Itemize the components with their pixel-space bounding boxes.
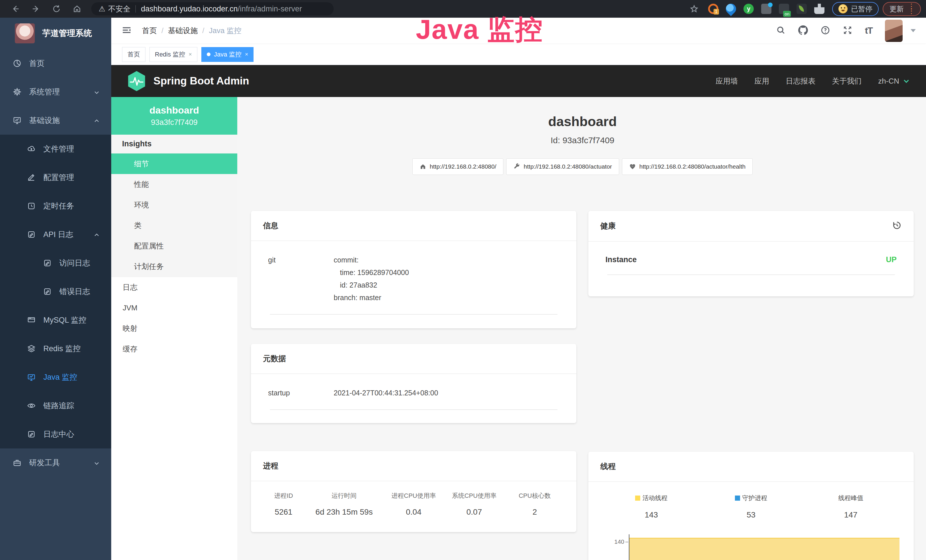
help-icon[interactable] <box>820 26 830 36</box>
sidebar-item-log-center[interactable]: 日志中心 <box>0 420 111 448</box>
tab-java-monitor[interactable]: Java 监控× <box>201 47 254 62</box>
legend-peak-threads: 线程峰值 <box>838 494 863 502</box>
subnav-item-mappings[interactable]: 映射 <box>111 318 237 339</box>
security-warning[interactable]: ⚠不安全 <box>99 4 130 14</box>
wrench-icon <box>513 163 520 170</box>
page-title: dashboard <box>251 114 914 129</box>
sidebar-item-system[interactable]: 系统管理 <box>0 77 111 106</box>
home-icon[interactable] <box>71 3 83 15</box>
thread-stats: 活动线程 143 守护进程 53 线程峰值 14 <box>601 494 900 519</box>
extension-onetab-icon[interactable]: 1 <box>708 4 719 14</box>
sidebar-item-infrastructure[interactable]: 基础设施 <box>0 106 111 135</box>
reload-icon[interactable] <box>51 3 62 15</box>
extension-pin-icon[interactable] <box>724 2 738 16</box>
user-avatar[interactable] <box>885 20 903 42</box>
close-icon[interactable]: × <box>245 51 248 58</box>
infrastructure-submenu: 文件管理 配置管理 定时任务 API 日志 访问日志 错误日志 <box>0 135 111 448</box>
subnav-item-caches[interactable]: 缓存 <box>111 339 237 359</box>
hamburger-icon[interactable] <box>121 25 132 36</box>
extension-sprout-icon[interactable] <box>796 4 807 14</box>
subnav-item-environment[interactable]: 环境 <box>111 195 237 215</box>
edit-icon <box>27 173 36 182</box>
tab-home[interactable]: 首页 <box>122 47 145 62</box>
log-edit-icon <box>43 287 52 296</box>
sidebar-item-scheduled-jobs[interactable]: 定时任务 <box>0 192 111 220</box>
process-table: 进程ID5261 运行时间6d 23h 15m 59s 进程CPU使用率0.04… <box>262 492 565 517</box>
dashboard-icon <box>12 59 22 68</box>
subnav-item-metrics[interactable]: 性能 <box>111 174 237 195</box>
actuator-url-link[interactable]: http://192.168.0.2:48080/actuator <box>506 158 619 175</box>
sidebar-item-access-logs[interactable]: 访问日志 <box>0 249 111 277</box>
breadcrumb-section[interactable]: 基础设施 <box>168 26 198 36</box>
sba-locale-select[interactable]: zh-CN <box>878 77 910 86</box>
bookmark-star-icon[interactable] <box>688 3 700 15</box>
card-title-health: 健康 <box>600 221 616 231</box>
card-title-metadata: 元数据 <box>263 353 286 364</box>
health-instance-label: Instance <box>605 255 637 264</box>
live-threads-area-series <box>629 538 899 560</box>
sidebar-item-dev-tools[interactable]: 研发工具 <box>0 448 111 477</box>
fullscreen-icon[interactable] <box>843 26 852 36</box>
breadcrumb: 首页 / 基础设施 / Java 监控 <box>142 26 242 36</box>
browser-menu-icon[interactable]: ⋮⋮ <box>908 4 915 13</box>
profile-paused-badge[interactable]: 已暂停 <box>832 2 879 16</box>
process-col-proc-cpu: 进程CPU使用率 <box>383 492 444 500</box>
legend-daemon-threads: 守护进程 <box>735 494 767 502</box>
breadcrumb-home[interactable]: 首页 <box>142 26 157 36</box>
daemon-threads-value: 53 <box>701 510 801 519</box>
forward-icon[interactable] <box>30 3 42 15</box>
sidebar-item-java-monitor[interactable]: Java 监控 <box>0 363 111 391</box>
cards-right-column: 健康 Instance UP <box>589 211 914 560</box>
subnav-item-scheduled-tasks[interactable]: 计划任务 <box>111 256 237 277</box>
process-col-sys-cpu: 系统CPU使用率 <box>444 492 504 500</box>
sba-nav-applications[interactable]: 应用 <box>754 76 769 86</box>
gear-icon <box>12 87 22 97</box>
process-col-uptime: 运行时间 <box>305 492 384 500</box>
sba-nav-journal[interactable]: 日志报表 <box>786 76 816 86</box>
text-size-icon[interactable]: tT <box>865 26 872 36</box>
history-icon[interactable] <box>892 221 902 232</box>
chrome-update-button[interactable]: 更新⋮⋮ <box>883 2 921 16</box>
sba-nav-about[interactable]: 关于我们 <box>832 76 861 86</box>
sidebar-item-api-logs[interactable]: API 日志 <box>0 220 111 249</box>
sidebar-item-error-logs[interactable]: 错误日志 <box>0 277 111 306</box>
sidebar-item-home[interactable]: 首页 <box>0 49 111 77</box>
extension-switchyomega-icon[interactable]: on <box>779 4 789 14</box>
metadata-card: 元数据 startup 2021-04-27T00:44:31.254+08:0… <box>251 344 576 423</box>
live-threads-value: 143 <box>601 510 701 519</box>
address-bar[interactable]: ⚠不安全 dashboard.yudao.iocoder.cn/infra/ad… <box>91 2 334 15</box>
avatar-caret-icon[interactable] <box>911 29 916 32</box>
extension-grid-icon[interactable] <box>761 4 772 14</box>
subnav-item-jvm[interactable]: JVM <box>111 298 237 318</box>
back-icon[interactable] <box>10 3 21 15</box>
service-url-link[interactable]: http://192.168.0.2:48080/ <box>412 158 504 175</box>
search-icon[interactable] <box>776 26 786 36</box>
tab-redis-monitor[interactable]: Redis 监控× <box>150 47 197 62</box>
log-edit-icon <box>27 430 36 439</box>
sidebar-item-mysql-monitor[interactable]: MySQL 监控 <box>0 306 111 334</box>
subnav-item-details[interactable]: 细节 <box>111 153 237 174</box>
process-val-cores: 2 <box>504 507 565 517</box>
extensions-puzzle-icon[interactable] <box>814 4 825 14</box>
tags-view-bar: 首页 Redis 监控× Java 监控× <box>111 44 926 65</box>
page-url: dashboard.yudao.iocoder.cn/infra/admin-s… <box>141 5 302 14</box>
threads-chart-plot <box>629 534 900 560</box>
instance-header[interactable]: dashboard 93a3fc7f7409 <box>111 97 237 135</box>
sidebar-item-file-management[interactable]: 文件管理 <box>0 135 111 163</box>
card-title-process: 进程 <box>263 461 278 471</box>
home-icon <box>419 163 426 170</box>
log-edit-icon <box>43 259 52 268</box>
timer-icon <box>27 201 36 210</box>
sidebar-item-tracing[interactable]: 链路追踪 <box>0 391 111 420</box>
sidebar-item-redis-monitor[interactable]: Redis 监控 <box>0 334 111 363</box>
extension-y-icon[interactable]: y <box>743 4 754 14</box>
health-url-link[interactable]: http://192.168.0.2:48080/actuator/health <box>622 158 753 175</box>
sba-nav-wallboard[interactable]: 应用墙 <box>716 76 738 86</box>
subnav-item-classes[interactable]: 类 <box>111 215 237 236</box>
chevron-down-icon <box>903 77 910 85</box>
subnav-item-logs[interactable]: 日志 <box>111 277 237 298</box>
sidebar-item-config-management[interactable]: 配置管理 <box>0 163 111 192</box>
github-icon[interactable] <box>798 26 808 36</box>
close-icon[interactable]: × <box>189 51 192 58</box>
subnav-item-config-props[interactable]: 配置属性 <box>111 236 237 256</box>
